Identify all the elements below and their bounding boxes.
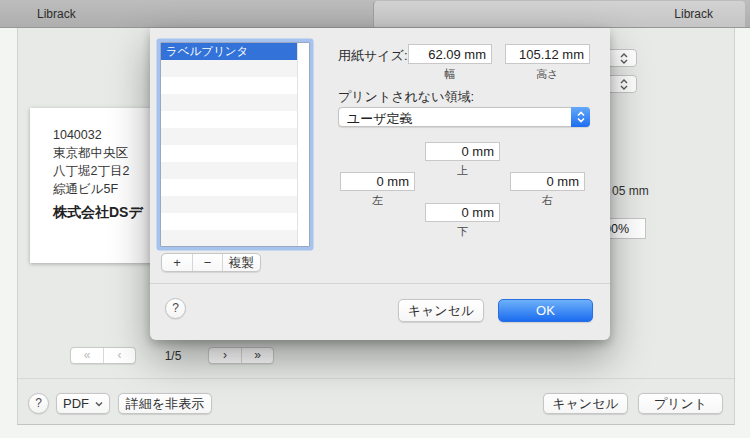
margin-bottom-field[interactable] (425, 203, 500, 222)
title-bar: Librack Librack (0, 0, 750, 28)
list-item-empty[interactable] (161, 196, 298, 213)
previous-page-button[interactable]: ‹ (103, 348, 135, 363)
margin-left-caption: 左 (340, 193, 415, 208)
list-item-empty[interactable] (161, 179, 298, 196)
sheet-cancel-button[interactable]: キャンセル (398, 299, 484, 322)
nonprintable-area-select[interactable]: ユーザ定義 (338, 107, 590, 127)
preview-address: 1040032 東京都中央区 八丁堀2丁目2 綜通ビル5F (53, 126, 129, 198)
paper-size-list[interactable]: ラベルプリンタ (160, 42, 310, 247)
footer-separator (17, 378, 735, 379)
list-item-empty[interactable] (161, 128, 298, 145)
margin-right-field[interactable] (510, 172, 585, 191)
remove-button[interactable]: − (192, 254, 222, 271)
list-item-empty[interactable] (161, 60, 298, 77)
preview-address-line1: 東京都中央区 (53, 144, 129, 162)
custom-paper-size-sheet: ラベルプリンタ 用紙サイズ: 幅 高さ プリントされない領域: ユーザ定義 (150, 28, 610, 340)
first-page-button[interactable]: « (71, 348, 103, 363)
preview-address-line2: 八丁堀2丁目2 (53, 162, 129, 180)
next-page-button[interactable]: › (209, 348, 241, 363)
preview-postal-code: 1040032 (53, 126, 129, 144)
list-item-empty[interactable] (161, 77, 298, 94)
page-position: 1/5 (155, 349, 191, 363)
last-page-button[interactable]: » (241, 348, 273, 363)
cancel-print-button[interactable]: キャンセル (543, 393, 628, 414)
hide-details-button[interactable]: 詳細を非表示 (118, 393, 212, 414)
list-action-buttons: + − 複製 (161, 253, 261, 272)
paper-height-field[interactable] (505, 44, 590, 64)
selected-option: ユーザ定義 (347, 110, 413, 128)
print-button[interactable]: プリント (638, 393, 723, 414)
list-item-empty[interactable] (161, 162, 298, 179)
paper-width-field[interactable] (408, 44, 492, 64)
pager-forward-group: › » (208, 347, 274, 364)
list-item-label-printer[interactable]: ラベルプリンタ (161, 43, 298, 60)
margin-top-caption: 上 (425, 163, 500, 178)
chevron-down-icon (95, 401, 103, 407)
preview-address-line3: 綜通ビル5F (53, 180, 129, 198)
margin-top-field[interactable] (425, 142, 500, 161)
list-item-empty[interactable] (161, 94, 298, 111)
list-item-empty[interactable] (161, 230, 298, 247)
list-item-empty[interactable] (161, 213, 298, 230)
label-preview: 1040032 東京都中央区 八丁堀2丁目2 綜通ビル5F 株式会社DSデ (30, 108, 160, 263)
list-item-empty[interactable] (161, 111, 298, 128)
sheet-separator (150, 283, 610, 284)
window-tab-right[interactable]: Librack (373, 1, 745, 27)
list-item-empty[interactable] (161, 145, 298, 162)
sheet-ok-button[interactable]: OK (498, 299, 593, 322)
screen: Librack Librack 1040032 東京都中央区 八丁堀2丁目2 綜… (0, 0, 750, 438)
window-title-right: Librack (674, 7, 713, 21)
height-caption: 高さ (505, 67, 590, 82)
background-mm-value: 05 mm (612, 184, 649, 198)
list-scrollbar[interactable] (297, 43, 309, 246)
nonprintable-area-label: プリントされない領域: (338, 88, 474, 106)
popup-stepper-icon (571, 107, 590, 127)
add-button[interactable]: + (162, 254, 192, 271)
pager-back-group: « ‹ (70, 347, 136, 364)
window-title-left: Librack (37, 7, 76, 21)
duplicate-button[interactable]: 複製 (222, 254, 260, 271)
preview-company-name: 株式会社DSデ (53, 204, 143, 222)
help-button[interactable]: ? (28, 393, 49, 414)
margin-bottom-caption: 下 (425, 224, 500, 239)
sheet-help-button[interactable]: ? (165, 298, 186, 319)
paper-size-label: 用紙サイズ: (338, 47, 408, 65)
pdf-menu-label: PDF (63, 394, 89, 413)
margin-left-field[interactable] (340, 172, 415, 191)
pdf-menu-button[interactable]: PDF (56, 393, 110, 414)
width-caption: 幅 (408, 67, 492, 82)
margin-right-caption: 右 (510, 193, 585, 208)
